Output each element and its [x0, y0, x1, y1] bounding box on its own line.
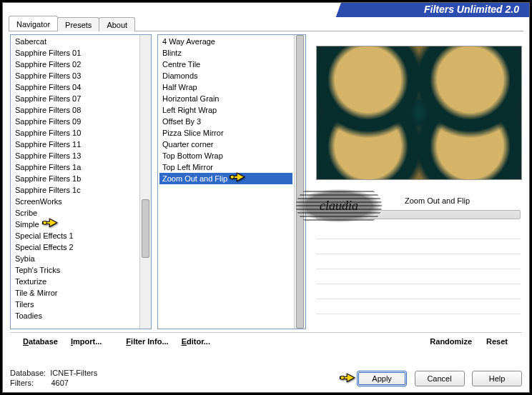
- tab-about[interactable]: About: [99, 17, 135, 31]
- filter-list[interactable]: 4 Way AverageBlintzCentre TileDiamondsHa…: [157, 34, 306, 329]
- link-editor[interactable]: Editor...: [182, 337, 210, 346]
- category-list-item[interactable]: Simple: [12, 219, 138, 230]
- status-filters-label: Filters:: [10, 379, 34, 387]
- cancel-button[interactable]: Cancel: [415, 371, 465, 386]
- scrollbar-thumb[interactable]: [296, 35, 304, 329]
- dialog-buttons: Apply Cancel Help: [353, 371, 522, 386]
- category-list-item[interactable]: Sapphire Filters 01: [12, 47, 138, 59]
- category-list-item[interactable]: Sapphire Filters 10: [12, 127, 138, 139]
- navigator-panel: SabercatSapphire Filters 01Sapphire Filt…: [9, 31, 523, 351]
- link-reset[interactable]: Reset: [486, 337, 508, 346]
- category-list-item[interactable]: Sapphire Filters 1b: [12, 173, 138, 184]
- link-database[interactable]: Database: [23, 337, 58, 346]
- apply-button[interactable]: Apply: [357, 371, 407, 386]
- category-list-item[interactable]: Tile & Mirror: [12, 287, 138, 299]
- filter-list-item[interactable]: Quarter corner: [159, 139, 292, 150]
- category-list-item[interactable]: Sapphire Filters 09: [12, 116, 138, 127]
- status-bar: Database: ICNET-Filters Filters: 4607: [10, 368, 97, 388]
- filter-list-item[interactable]: Pizza Slice Mirror: [159, 127, 292, 139]
- link-import[interactable]: Import...: [71, 337, 102, 346]
- tab-bar: NavigatorPresetsAbout: [9, 16, 523, 31]
- category-list-item[interactable]: Special Effects 2: [12, 241, 138, 253]
- category-list-item[interactable]: Texturize: [12, 276, 138, 287]
- category-list-item[interactable]: Sapphire Filters 1a: [12, 161, 138, 173]
- category-list-item[interactable]: Sapphire Filters 08: [12, 104, 138, 116]
- link-filter-info[interactable]: Filter Info...: [126, 337, 168, 346]
- category-list-item[interactable]: Scribe: [12, 207, 138, 219]
- category-list-item[interactable]: ScreenWorks: [12, 196, 138, 207]
- category-list-item[interactable]: Tilers: [12, 299, 138, 310]
- title-bar: Filters Unlimited 2.0: [3, 3, 529, 17]
- status-filters-value: 4607: [51, 379, 68, 387]
- link-randomize[interactable]: Randomize: [430, 337, 472, 346]
- tab-navigator[interactable]: Navigator: [9, 16, 58, 31]
- filter-list-item[interactable]: 4 Way Average: [159, 36, 292, 47]
- filter-list-item[interactable]: Centre Tile: [159, 59, 292, 70]
- filter-list-item[interactable]: Half Wrap: [159, 81, 292, 93]
- category-list-item[interactable]: Toadies: [12, 310, 138, 321]
- preview-image: [316, 46, 522, 180]
- scrollbar[interactable]: [294, 35, 305, 329]
- panel-footer: DatabaseImport...Filter Info...Editor...…: [10, 332, 522, 348]
- window-frame: Filters Unlimited 2.0 NavigatorPresetsAb…: [2, 2, 530, 393]
- category-list-item[interactable]: Sapphire Filters 04: [12, 81, 138, 93]
- category-list[interactable]: SabercatSapphire Filters 01Sapphire Filt…: [10, 34, 152, 329]
- filter-list-item[interactable]: Left Right Wrap: [159, 104, 292, 116]
- status-database-label: Database:: [10, 369, 46, 377]
- category-list-item[interactable]: Sapphire Filters 03: [12, 70, 138, 81]
- selected-filter-label: Zoom Out and Flip: [402, 194, 521, 207]
- category-list-item[interactable]: Special Effects 1: [12, 230, 138, 241]
- filter-list-item[interactable]: Diamonds: [159, 70, 292, 81]
- category-list-item[interactable]: Sapphire Filters 1c: [12, 184, 138, 196]
- category-list-item[interactable]: Teph's Tricks: [12, 264, 138, 276]
- category-list-item[interactable]: Sabercat: [12, 36, 138, 47]
- app-title: Filters Unlimited 2.0: [350, 3, 529, 17]
- category-list-item[interactable]: Sybia: [12, 253, 138, 264]
- filter-list-item[interactable]: Offset By 3: [159, 116, 292, 127]
- category-list-item[interactable]: Sapphire Filters 07: [12, 93, 138, 104]
- filter-list-item[interactable]: Zoom Out and Flip: [159, 173, 292, 184]
- status-database-value: ICNET-Filters: [50, 369, 97, 377]
- scrollbar[interactable]: [139, 35, 151, 329]
- svg-point-2: [340, 376, 345, 379]
- filter-list-item[interactable]: Top Left Mirror: [159, 161, 292, 173]
- scrollbar-thumb[interactable]: [142, 199, 149, 258]
- parameter-slider-track[interactable]: [316, 210, 521, 219]
- category-list-item[interactable]: Sapphire Filters 13: [12, 150, 138, 161]
- help-button[interactable]: Help: [472, 371, 522, 386]
- filter-list-item[interactable]: Top Bottom Wrap: [159, 150, 292, 161]
- filter-list-item[interactable]: Blintz: [159, 47, 292, 59]
- category-list-item[interactable]: Sapphire Filters 02: [12, 59, 138, 70]
- category-list-item[interactable]: Sapphire Filters 11: [12, 139, 138, 150]
- tab-presets[interactable]: Presets: [57, 17, 99, 31]
- filter-list-item[interactable]: Horizontal Grain: [159, 93, 292, 104]
